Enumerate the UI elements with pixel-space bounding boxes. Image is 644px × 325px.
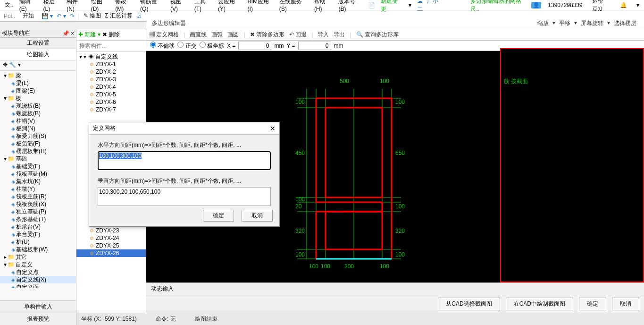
tree-node[interactable]: ◈桩承台(V) [0,223,76,231]
tree-node[interactable]: ◈基础梁(F) [0,162,76,170]
define-grid-button[interactable]: ▦ 定义网格 [149,31,179,39]
menu-tools[interactable]: 工具(T) [192,0,215,13]
clear-poly-button[interactable]: ✖ 清除多边形 [250,31,284,39]
tree-node[interactable]: ▾📁板 [0,94,76,102]
menu-online[interactable]: 在线服务(S) [276,0,311,13]
draw-circle-button[interactable]: 画圆 [227,31,239,39]
tree-node[interactable]: ◈独立基础(P) [0,208,76,215]
menu-bim[interactable]: BIM应用(I) [245,0,276,13]
tree-node[interactable]: ◈螺旋板(B) [0,110,76,117]
save-icon[interactable]: 💾 ▾ [42,13,53,19]
section-draw-input[interactable]: 绘图输入 [0,49,76,60]
check-icon[interactable]: ☑ [136,13,142,19]
tree-node[interactable]: ◈筏板主筋(R) [0,193,76,200]
doc-icon[interactable]: 📄 [365,1,378,9]
bell-icon[interactable]: 🔔 [617,1,630,9]
tree-node[interactable]: ◈板洞(N) [0,125,76,132]
section-project[interactable]: 工程设置 [0,38,76,49]
floor-sel-cmd[interactable]: 选择楼层 [614,19,636,27]
list-item[interactable]: ⚙ZDYX-6 [76,98,146,106]
pan-cmd[interactable]: 平移 [559,19,570,27]
tree-node[interactable]: ◈筏板负筋(X) [0,200,76,208]
export-button[interactable]: 导出 [334,31,345,39]
radio-polar[interactable]: 极坐标 [200,42,224,50]
draw-line-button[interactable]: 画直线 [190,31,207,39]
list-item[interactable]: ⚙ZDYX-26 [76,249,146,257]
tree-node[interactable]: ◈板受力筋(S) [0,132,76,140]
guangxiaoer-icon[interactable]: ☁ 广小二 [414,0,449,14]
tree-node[interactable]: ◈筏板基础(M) [0,170,76,178]
import-button[interactable]: 导入 [318,31,329,39]
ok-button[interactable]: 确定 [579,298,606,310]
rotate-cmd[interactable]: 屏幕旋转 [581,19,603,27]
tree-node[interactable]: ◈梁(L) [0,79,76,87]
draw-icon[interactable]: ✎ 绘图 [84,12,101,20]
list-item[interactable]: ⚙ZDYX-2 [76,68,146,76]
list-item[interactable]: ⚙ZDYX-7 [76,106,146,113]
menu-view[interactable]: 视图(V) [167,0,192,13]
section-single-input[interactable]: 单构件输入 [0,300,76,313]
menu-draw[interactable]: 绘图(D) [88,0,113,13]
list-item[interactable]: ⚙ZDYX-23 [76,227,146,234]
y-input[interactable] [298,42,331,50]
tree-node[interactable]: ◈自定义点 [0,268,76,276]
tree-node[interactable]: ◈自定义面 [0,283,76,288]
tree-node[interactable]: ◈自定义线(X) [0,276,76,283]
user-icon[interactable]: 👤 [531,2,541,9]
tab-start[interactable]: 开始 [19,11,38,21]
close-icon[interactable]: ✕ [270,125,276,132]
tree-node[interactable]: ◈现浇板(B) [0,102,76,110]
tree-node[interactable]: ◈集水坑(K) [0,178,76,185]
delete-button[interactable]: ✖ 删除 [102,31,120,39]
tree-node[interactable]: ▾📁梁 [0,72,76,79]
back-button[interactable]: ↶ 回退 [289,31,307,39]
radio-ortho[interactable]: 正交 [177,42,196,50]
dialog-cancel-button[interactable]: 取消 [242,210,273,222]
tree-node[interactable]: ◈柱墩(Y) [0,185,76,193]
tree-node[interactable]: ◈条形基础(T) [0,215,76,223]
menu-modify[interactable]: 修改(M) [112,0,137,13]
tree-node[interactable]: ▸📁其它 [0,253,76,261]
search-input[interactable] [76,41,146,51]
cancel-button[interactable]: 取消 [612,298,639,310]
radio-no-offset[interactable]: 不偏移 [150,42,175,50]
new-button[interactable]: ✚ 新建 ▾ [78,31,100,39]
tree-node[interactable]: ▾📁自定义 [0,261,76,268]
search-lib-button[interactable]: 🔍 查询多边形库 [356,31,399,39]
draw-arc-button[interactable]: 画弧 [211,31,223,39]
tree-root[interactable]: ▾ ▾ ◈ 自定义线 [76,53,146,60]
tree-node[interactable]: ◈板负筋(F) [0,140,76,147]
list-item[interactable]: ⚙ZDYX-5 [76,91,146,98]
v-spacing-input[interactable]: 100,300,20,100,650,100 [98,187,271,206]
dynamic-input-bar[interactable]: 动态输入 [146,282,644,295]
sum-icon[interactable]: Σ 汇总计算 [105,12,133,20]
section-report[interactable]: 报表预览 [0,313,76,325]
menu-cloud[interactable]: 云应用(Y) [215,0,245,13]
component-tree[interactable]: ▾📁梁◈梁(L)◈圈梁(E)▾📁板◈现浇板(B)◈螺旋板(B)◈柱帽(V)◈板洞… [0,71,76,288]
cad-select-button[interactable]: 从CAD选择截面图 [438,298,500,310]
dialog-ok-button[interactable]: 确定 [203,210,234,222]
undo-icon[interactable]: ↶ ▾ [57,13,66,19]
dropdown-icon[interactable]: ▾ [634,1,642,9]
tree-node[interactable]: ◈承台梁(F) [0,231,76,238]
tree-node[interactable]: ◈柱帽(V) [0,117,76,125]
new-change-button[interactable]: 新建变更 [378,0,406,14]
tree-node[interactable]: ◈基础板带(W) [0,246,76,253]
list-item[interactable]: ⚙ZDYX-24 [76,234,146,242]
menu-rebar[interactable]: 钢筋量(Q) [137,0,167,13]
menu-version[interactable]: 版本号(B) [335,0,365,13]
menu-help[interactable]: 帮助(H) [311,0,336,13]
tree-node[interactable]: ◈楼层板带(H) [0,147,76,155]
cad-draw-button[interactable]: 在CAD中绘制截面图 [506,298,573,310]
tree-node[interactable]: ◈桩(U) [0,238,76,246]
list-item[interactable]: ⚙ZDYX-4 [76,83,146,91]
x-input[interactable] [238,42,271,50]
menu-floor[interactable]: 楼层(L) [41,0,64,13]
tree-node[interactable]: ◈圈梁(E) [0,87,76,94]
list-item[interactable]: ⚙ZDYX-3 [76,76,146,83]
zoom-cmd[interactable]: 缩放 [537,19,549,27]
menu-component[interactable]: 构件(N) [64,0,88,13]
pin-icon[interactable]: 📌 × [62,30,74,37]
list-item[interactable]: ⚙ZDYX-25 [76,242,146,249]
redo-icon[interactable]: ↷ [70,13,75,19]
